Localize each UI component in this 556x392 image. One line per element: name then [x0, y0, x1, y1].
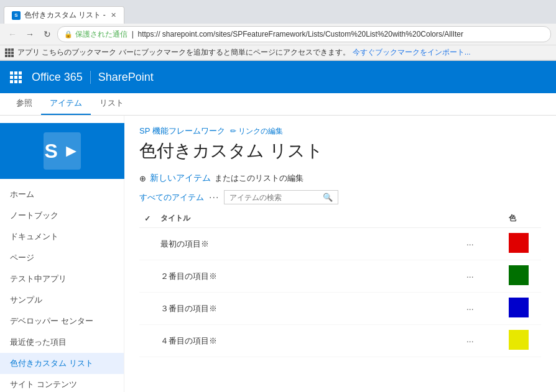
item-link[interactable]: 最初の項目※ — [160, 239, 209, 248]
table-row: ４番目の項目※ ··· — [139, 325, 541, 357]
refresh-button[interactable]: ↻ — [40, 27, 55, 42]
sidebar-nav: ホーム ノートブック ドキュメント ページ テスト中アプリ サンプル デベロッパ… — [0, 184, 124, 392]
tab-list[interactable]: リスト — [91, 93, 132, 115]
col-header-dots — [461, 209, 504, 228]
new-item-button[interactable]: 新しいアイテム — [150, 173, 211, 184]
tab-browse[interactable]: 参照 — [7, 93, 41, 115]
item-link[interactable]: ４番目の項目※ — [160, 336, 217, 345]
page-title: 色付きカスタム リスト — [139, 139, 541, 163]
list-toolbar: すべてのアイテム ··· 🔍 — [139, 190, 541, 204]
sharepoint-label: SharePoint — [98, 71, 154, 84]
address-text: 保護された通信 | https:// sharepoint.com/sites/… — [75, 29, 544, 40]
sidebar-item-home[interactable]: ホーム — [0, 184, 124, 205]
tab-close-button[interactable]: ✕ — [111, 11, 116, 19]
plus-icon: ⊕ — [139, 174, 146, 183]
color-swatch — [509, 233, 529, 253]
row-title: ３番目の項目※ — [155, 293, 461, 325]
sidebar: S ► ホーム ノートブック ドキュメント ページ テスト中アプリ サンプル デ… — [0, 116, 124, 392]
sidebar-item-recent[interactable]: 最近使った項目 — [0, 332, 124, 353]
address-bar-row: ← → ↻ 🔒 保護された通信 | https:// sharepoint.co… — [0, 24, 556, 45]
breadcrumb-link[interactable]: SP 機能フレームワーク — [139, 125, 225, 137]
tab-favicon: S — [12, 11, 21, 20]
col-header-color: 色 — [504, 209, 541, 228]
col-header-title[interactable]: タイトル — [155, 209, 461, 228]
row-dots[interactable]: ··· — [461, 325, 504, 357]
sidebar-item-colorlist[interactable]: 色付きカスタム リスト — [0, 353, 124, 374]
forward-button[interactable]: → — [22, 27, 37, 42]
search-box[interactable]: 🔍 — [224, 190, 338, 204]
search-input[interactable] — [229, 193, 323, 202]
office365-label: Office 365 — [32, 71, 91, 84]
row-dots[interactable]: ··· — [461, 260, 504, 293]
item-link[interactable]: ３番目の項目※ — [160, 304, 217, 313]
back-button[interactable]: ← — [5, 27, 20, 42]
view-name[interactable]: すべてのアイテム — [139, 192, 204, 203]
col-header-check: ✓ — [139, 209, 155, 228]
row-dots[interactable]: ··· — [461, 293, 504, 325]
row-color — [504, 325, 541, 357]
breadcrumb-edit-label: リンクの編集 — [238, 126, 283, 137]
sidebar-item-documents[interactable]: ドキュメント — [0, 226, 124, 247]
app-header: Office 365 SharePoint — [0, 61, 556, 93]
breadcrumb: SP 機能フレームワーク ✏ リンクの編集 — [139, 125, 541, 137]
color-swatch — [509, 330, 529, 350]
row-check — [139, 325, 155, 357]
browser-chrome: S 色付きカスタム リスト - ✕ ← → ↻ 🔒 保護された通信 | http… — [0, 0, 556, 61]
breadcrumb-edit[interactable]: ✏ リンクの編集 — [230, 126, 283, 137]
bookmarks-bar: アプリ こちらのブックマーク バーにブックマークを追加すると簡単にページにアクセ… — [0, 45, 556, 60]
table-row: ２番目の項目※ ··· — [139, 260, 541, 293]
content-area: SP 機能フレームワーク ✏ リンクの編集 色付きカスタム リスト ⊕ 新しいア… — [124, 116, 556, 392]
sidebar-item-testapp[interactable]: テスト中アプリ — [0, 268, 124, 289]
bookmarks-import-link[interactable]: 今すぐブックマークをインポート... — [353, 47, 471, 58]
table-row: ３番目の項目※ ··· — [139, 293, 541, 325]
toolbar-more-button[interactable]: ··· — [209, 192, 219, 203]
lock-icon: 🔒 — [64, 30, 73, 39]
sidebar-item-devcenter[interactable]: デベロッパー センター — [0, 311, 124, 332]
row-title: ２番目の項目※ — [155, 260, 461, 293]
tab-spacer — [124, 4, 137, 24]
new-item-suffix: またはこのリストの編集 — [215, 173, 303, 184]
pencil-icon-small: ✏ — [230, 127, 236, 135]
sidebar-item-pages[interactable]: ページ — [0, 247, 124, 268]
row-check — [139, 260, 155, 293]
address-box[interactable]: 🔒 保護された通信 | https:// sharepoint.com/site… — [57, 26, 551, 42]
row-check — [139, 228, 155, 260]
sp-logo-arrow: ► — [63, 141, 80, 161]
url-text: https:// sharepoint.com/sites/SPFeatureF… — [137, 30, 463, 39]
list-actions: ⊕ 新しいアイテム またはこのリストの編集 — [139, 173, 541, 184]
tab-title: 色付きカスタム リスト - — [24, 10, 106, 21]
main-layout: S ► ホーム ノートブック ドキュメント ページ テスト中アプリ サンプル デ… — [0, 116, 556, 392]
search-icon: 🔍 — [323, 193, 333, 202]
sidebar-logo: S ► — [0, 123, 124, 179]
bookmarks-label: アプリ — [17, 47, 40, 58]
browser-tab[interactable]: S 色付きカスタム リスト - ✕ — [4, 6, 124, 24]
row-title: ４番目の項目※ — [155, 325, 461, 357]
bookmarks-description: こちらのブックマーク バーにブックマークを追加すると簡単にページにアクセスできま… — [40, 47, 350, 58]
table-row: 最初の項目※ ··· — [139, 228, 541, 260]
apps-icon — [5, 48, 14, 57]
table-header-row: ✓ タイトル 色 — [139, 209, 541, 228]
sp-logo-box: S ► — [44, 132, 81, 170]
waffle-icon[interactable] — [7, 69, 24, 86]
row-color — [504, 260, 541, 293]
ribbon-tabs: 参照 アイテム リスト — [0, 93, 556, 116]
row-check — [139, 293, 155, 325]
tab-bar: S 色付きカスタム リスト - ✕ — [0, 0, 556, 24]
row-color — [504, 293, 541, 325]
sidebar-item-notebook[interactable]: ノートブック — [0, 205, 124, 226]
color-swatch — [509, 298, 529, 317]
sp-logo-letter: S — [44, 140, 57, 163]
sidebar-item-site-contents[interactable]: サイト コンテンツ — [0, 374, 124, 392]
secure-label: 保護された通信 — [75, 30, 127, 39]
item-link[interactable]: ２番目の項目※ — [160, 271, 217, 281]
tab-items[interactable]: アイテム — [41, 93, 91, 115]
color-swatch — [509, 265, 529, 285]
list-table: ✓ タイトル 色 最初の項目※ ··· ２番目の項目※ ··· ３ — [139, 209, 541, 357]
new-item-label: 新しいアイテム — [150, 173, 211, 184]
row-color — [504, 228, 541, 260]
row-dots[interactable]: ··· — [461, 228, 504, 260]
sidebar-item-sample[interactable]: サンプル — [0, 289, 124, 311]
row-title: 最初の項目※ — [155, 228, 461, 260]
